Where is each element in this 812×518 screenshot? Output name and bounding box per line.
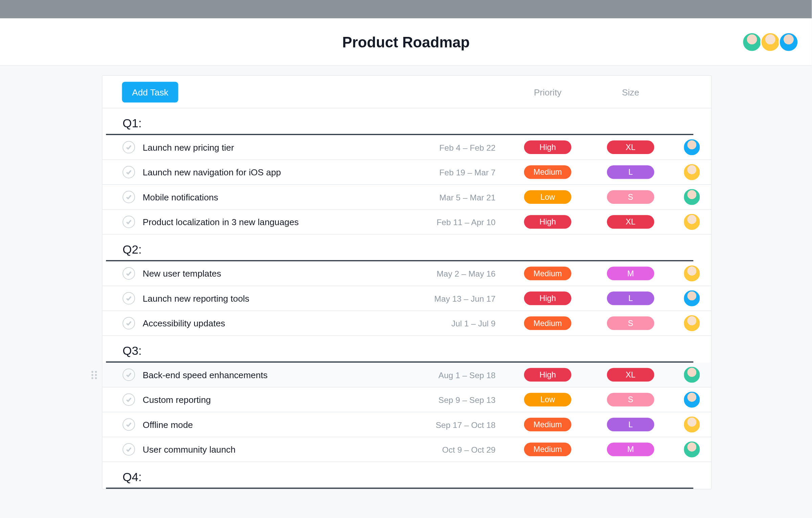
assignee-avatar[interactable] (683, 315, 699, 331)
task-title[interactable]: Launch new navigation for iOS app (143, 167, 429, 177)
priority-pill[interactable]: High (524, 368, 571, 382)
task-title[interactable]: New user templates (143, 268, 429, 279)
priority-cell[interactable]: High (506, 368, 589, 382)
assignee-cell[interactable] (672, 441, 711, 457)
complete-checkbox[interactable] (122, 418, 135, 431)
priority-pill[interactable]: High (524, 215, 571, 229)
size-cell[interactable]: XL (589, 141, 672, 154)
size-pill[interactable]: M (607, 267, 654, 280)
assignee-avatar[interactable] (683, 164, 699, 180)
task-row[interactable]: New user templatesMay 2 – May 16MediumM (103, 261, 711, 286)
column-header-priority[interactable]: Priority (506, 87, 589, 97)
section-heading[interactable]: Q3: (106, 336, 693, 363)
task-row[interactable]: Back-end speed enhancementsAug 1 – Sep 1… (103, 363, 711, 388)
column-header-size[interactable]: Size (589, 87, 672, 97)
assignee-cell[interactable] (672, 164, 711, 180)
size-cell[interactable]: M (589, 267, 672, 280)
assignee-avatar[interactable] (683, 189, 699, 205)
priority-cell[interactable]: Medium (506, 165, 589, 179)
task-row[interactable]: Launch new reporting toolsMay 13 – Jun 1… (103, 286, 711, 311)
complete-checkbox[interactable] (122, 393, 135, 406)
assignee-cell[interactable] (672, 392, 711, 408)
task-title[interactable]: Launch new pricing tier (143, 142, 429, 152)
task-date-range[interactable]: Aug 1 – Sep 18 (429, 370, 506, 380)
size-cell[interactable]: M (589, 443, 672, 456)
priority-cell[interactable]: Low (506, 190, 589, 204)
size-pill[interactable]: L (607, 418, 654, 431)
size-pill[interactable]: S (607, 393, 654, 406)
priority-cell[interactable]: Medium (506, 267, 589, 280)
task-title[interactable]: Offline mode (143, 419, 429, 430)
complete-checkbox[interactable] (122, 292, 135, 305)
assignee-avatar[interactable] (683, 392, 699, 408)
size-pill[interactable]: XL (607, 141, 654, 154)
priority-pill[interactable]: Medium (524, 317, 571, 330)
task-date-range[interactable]: Feb 11 – Apr 10 (429, 217, 506, 226)
task-title[interactable]: Custom reporting (143, 395, 429, 405)
priority-pill[interactable]: Medium (524, 267, 571, 280)
size-cell[interactable]: XL (589, 215, 672, 229)
complete-checkbox[interactable] (122, 191, 135, 203)
complete-checkbox[interactable] (122, 216, 135, 228)
task-row[interactable]: Offline modeSep 17 – Oct 18MediumL (103, 412, 711, 437)
size-cell[interactable]: XL (589, 368, 672, 382)
task-title[interactable]: User community launch (143, 445, 429, 455)
task-row[interactable]: User community launchOct 9 – Oct 29Mediu… (103, 437, 711, 462)
assignee-avatar[interactable] (683, 214, 699, 230)
assignee-cell[interactable] (672, 265, 711, 281)
complete-checkbox[interactable] (122, 369, 135, 381)
task-row[interactable]: Product localization in 3 new languagesF… (103, 210, 711, 235)
complete-checkbox[interactable] (122, 166, 135, 178)
task-title[interactable]: Launch new reporting tools (143, 293, 429, 303)
assignee-cell[interactable] (672, 139, 711, 155)
task-date-range[interactable]: Sep 9 – Sep 13 (429, 395, 506, 404)
task-title[interactable]: Back-end speed enhancements (143, 370, 429, 380)
priority-pill[interactable]: Low (524, 393, 571, 406)
task-row[interactable]: Custom reportingSep 9 – Sep 13LowS (103, 388, 711, 413)
assignee-cell[interactable] (672, 416, 711, 432)
member-avatar[interactable] (742, 32, 762, 52)
task-title[interactable]: Product localization in 3 new languages (143, 217, 429, 227)
add-task-button[interactable]: Add Task (122, 82, 179, 102)
task-date-range[interactable]: Feb 4 – Feb 22 (429, 143, 506, 152)
member-avatar[interactable] (779, 32, 799, 52)
size-pill[interactable]: S (607, 190, 654, 204)
task-row[interactable]: Accessibility updatesJul 1 – Jul 9Medium… (103, 311, 711, 336)
size-cell[interactable]: L (589, 418, 672, 431)
assignee-cell[interactable] (672, 214, 711, 230)
section-heading[interactable]: Q1: (106, 108, 693, 135)
assignee-cell[interactable] (672, 315, 711, 331)
task-title[interactable]: Mobile notifications (143, 192, 429, 202)
size-pill[interactable]: L (607, 165, 654, 179)
task-date-range[interactable]: May 2 – May 16 (429, 269, 506, 278)
size-cell[interactable]: S (589, 393, 672, 406)
member-avatar[interactable] (761, 32, 781, 52)
task-row[interactable]: Mobile notificationsMar 5 – Mar 21LowS (103, 185, 711, 210)
task-date-range[interactable]: Jul 1 – Jul 9 (429, 319, 506, 328)
complete-checkbox[interactable] (122, 141, 135, 154)
complete-checkbox[interactable] (122, 317, 135, 329)
priority-pill[interactable]: Medium (524, 165, 571, 179)
task-date-range[interactable]: Oct 9 – Oct 29 (429, 445, 506, 454)
assignee-cell[interactable] (672, 290, 711, 306)
task-date-range[interactable]: Sep 17 – Oct 18 (429, 420, 506, 429)
size-pill[interactable]: S (607, 317, 654, 330)
size-pill[interactable]: XL (607, 215, 654, 229)
assignee-avatar[interactable] (683, 265, 699, 281)
priority-cell[interactable]: Low (506, 393, 589, 406)
complete-checkbox[interactable] (122, 443, 135, 456)
project-members[interactable] (744, 32, 799, 52)
size-cell[interactable]: L (589, 165, 672, 179)
size-cell[interactable]: L (589, 292, 672, 305)
priority-cell[interactable]: Medium (506, 443, 589, 456)
priority-pill[interactable]: High (524, 292, 571, 305)
priority-cell[interactable]: Medium (506, 317, 589, 330)
task-date-range[interactable]: Mar 5 – Mar 21 (429, 192, 506, 202)
section-heading[interactable]: Q2: (106, 235, 693, 261)
priority-cell[interactable]: High (506, 292, 589, 305)
assignee-avatar[interactable] (683, 416, 699, 432)
task-date-range[interactable]: May 13 – Jun 17 (429, 294, 506, 303)
size-pill[interactable]: L (607, 292, 654, 305)
size-pill[interactable]: XL (607, 368, 654, 382)
task-date-range[interactable]: Feb 19 – Mar 7 (429, 167, 506, 177)
